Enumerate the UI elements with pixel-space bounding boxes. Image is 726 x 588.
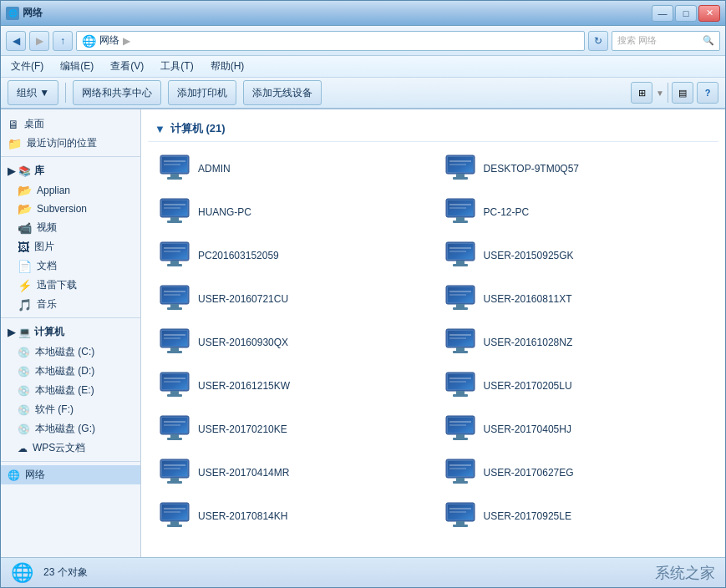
file-item-label: USER-20160930QX (198, 337, 288, 348)
section-title: 计算机 (21) (170, 121, 226, 136)
refresh-button[interactable]: ↻ (588, 31, 608, 51)
computer-icon (444, 154, 477, 184)
svg-rect-104 (164, 468, 180, 469)
toolbar-right: ⊞ ▼ ▤ ? (631, 82, 718, 104)
address-path[interactable]: 🌐 网络 ▶ (76, 31, 585, 51)
svg-rect-65 (456, 347, 465, 351)
svg-rect-52 (453, 307, 468, 310)
file-item[interactable]: USER-20161028NZ (434, 321, 719, 364)
sidebar-item-documents[interactable]: 📄 文档 (1, 256, 140, 276)
minimize-button[interactable]: — (652, 5, 673, 22)
sidebar-item-images[interactable]: 🖼 图片 (1, 237, 140, 256)
file-item[interactable]: USER-20170627EG (434, 451, 719, 494)
sidebar-item-disk-c[interactable]: 💿 本地磁盘 (C:) (1, 342, 140, 362)
file-item[interactable]: PC-12-PC (434, 190, 719, 234)
libraries-icon: 📚 (18, 165, 31, 177)
svg-rect-10 (453, 177, 468, 180)
svg-rect-93 (456, 434, 465, 438)
toolbar-separator-2 (668, 83, 668, 103)
libraries-header[interactable]: ▶ 📚 库 (1, 160, 140, 181)
svg-rect-33 (164, 247, 185, 249)
sidebar-libraries: ▶ 📚 库 📂 Applian 📂 Subversion 📹 视频 (1, 160, 140, 314)
sidebar-item-network[interactable]: 🌐 网络 (1, 465, 140, 484)
svg-rect-13 (449, 164, 466, 165)
file-item-label: USER-20170205LU (484, 380, 572, 392)
sidebar-item-music[interactable]: 🎵 音乐 (1, 295, 140, 314)
pane-button[interactable]: ▤ (672, 82, 693, 104)
menu-file[interactable]: 文件(F) (8, 58, 47, 75)
file-item[interactable]: USER-20160721CU (148, 277, 434, 321)
sidebar-item-disk-g[interactable]: 💿 本地磁盘 (G:) (1, 419, 140, 438)
toolbar-separator-1 (65, 83, 66, 103)
sidebar-item-desktop[interactable]: 🖥 桌面 (1, 114, 140, 134)
file-item[interactable]: USER-20160930QX (148, 321, 434, 364)
svg-rect-114 (170, 521, 179, 525)
search-box[interactable]: 搜索 网络 🔍 (612, 31, 720, 51)
title-bar: 🌐 网络 — □ ✕ (1, 1, 725, 26)
file-item[interactable]: DESKTOP-9TM0Q57 (434, 147, 719, 190)
add-printer-button[interactable]: 添加打印机 (168, 80, 236, 105)
menu-tools[interactable]: 工具(T) (157, 58, 196, 75)
forward-button[interactable]: ▶ (29, 31, 49, 51)
svg-rect-87 (167, 438, 182, 440)
up-button[interactable]: ↑ (53, 31, 73, 51)
sidebar-item-thunder[interactable]: ⚡ 迅雷下载 (1, 276, 140, 295)
file-item[interactable]: USER-20170205LU (434, 364, 719, 408)
sidebar-item-wps-cloud[interactable]: ☁ WPS云文档 (1, 438, 140, 458)
libraries-arrow: ▶ (8, 165, 15, 177)
computer-header[interactable]: ▶ 💻 计算机 (1, 322, 140, 342)
view-options-button[interactable]: ⊞ (631, 82, 652, 104)
file-item[interactable]: USER-20161215KW (148, 364, 434, 408)
menu-help[interactable]: 帮助(H) (207, 58, 248, 75)
computer-icon (444, 371, 477, 401)
file-item[interactable]: HUANG-PC (148, 190, 434, 234)
file-item[interactable]: USER-20160811XT (434, 277, 719, 321)
svg-rect-82 (449, 378, 471, 379)
sidebar-item-video[interactable]: 📹 视频 (1, 218, 140, 237)
network-sharing-button[interactable]: 网络和共享中心 (73, 80, 161, 105)
status-bar: 🌐 23 个对象 系统之家 (1, 557, 725, 587)
file-item[interactable]: USER-20170414MR (148, 451, 434, 494)
close-button[interactable]: ✕ (698, 5, 720, 22)
file-item-label: USER-20170414MR (198, 467, 289, 479)
file-item[interactable]: USER-20150925GK (434, 234, 719, 277)
file-item[interactable]: PC201603152059 (148, 234, 434, 277)
back-button[interactable]: ◀ (6, 31, 26, 51)
file-item[interactable]: ADMIN (148, 147, 434, 190)
sidebar-item-recent[interactable]: 📁 最近访问的位置 (1, 134, 140, 153)
toolbar: 组织 ▼ 网络和共享中心 添加打印机 添加无线设备 ⊞ ▼ ▤ ? (1, 78, 725, 109)
file-item-label: ADMIN (198, 163, 231, 175)
maximize-button[interactable]: □ (675, 5, 697, 22)
file-item[interactable]: USER-20170405HJ (434, 408, 719, 451)
svg-rect-58 (170, 347, 179, 351)
organize-button[interactable]: 组织 ▼ (8, 80, 58, 105)
svg-rect-41 (449, 251, 466, 252)
svg-rect-61 (164, 334, 185, 336)
svg-rect-23 (456, 217, 465, 220)
disk-f-icon: 💿 (18, 404, 30, 416)
file-item[interactable]: USER-20170814KH (148, 494, 434, 538)
add-wireless-button[interactable]: 添加无线设备 (243, 80, 322, 105)
svg-rect-30 (170, 261, 179, 264)
sidebar-item-applian[interactable]: 📂 Applian (1, 181, 140, 200)
view-dropdown-arrow[interactable]: ▼ (656, 89, 664, 98)
menu-edit[interactable]: 编辑(E) (57, 58, 97, 75)
help-button[interactable]: ? (697, 82, 718, 104)
file-item[interactable]: USER-20170925LE (434, 494, 719, 538)
window-title: 网络 (23, 6, 43, 20)
svg-rect-72 (170, 391, 179, 394)
sidebar-item-disk-e[interactable]: 💿 本地磁盘 (E:) (1, 381, 140, 400)
svg-rect-12 (449, 160, 471, 162)
main-content: 🖥 桌面 📁 最近访问的位置 ▶ 📚 库 📂 Applian (1, 109, 725, 557)
computer-icon: 💻 (18, 327, 31, 338)
sidebar-item-subversion[interactable]: 📂 Subversion (1, 200, 140, 218)
svg-rect-31 (167, 264, 182, 266)
title-controls: — □ ✕ (652, 5, 720, 22)
svg-rect-40 (449, 247, 471, 249)
sidebar-item-disk-f[interactable]: 💿 软件 (F:) (1, 400, 140, 419)
svg-rect-100 (170, 478, 179, 481)
sidebar-item-disk-d[interactable]: 💿 本地磁盘 (D:) (1, 362, 140, 381)
disk-g-icon: 💿 (18, 423, 30, 435)
menu-view[interactable]: 查看(V) (107, 58, 147, 75)
file-item[interactable]: USER-20170210KE (148, 408, 434, 451)
